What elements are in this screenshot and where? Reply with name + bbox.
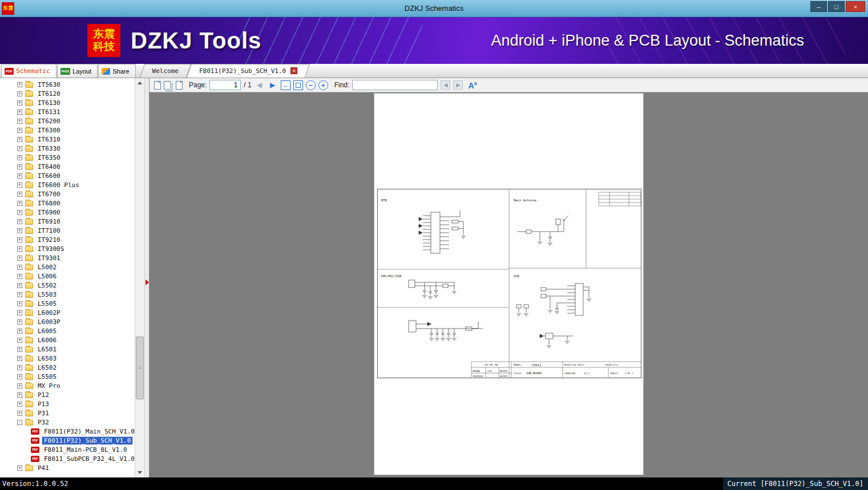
tree-item-folder[interactable]: +IT6130	[0, 98, 135, 107]
app-tab-layout[interactable]: PADSLayout	[57, 64, 98, 78]
expand-icon[interactable]: +	[17, 310, 22, 315]
copy-page-icon[interactable]	[154, 81, 161, 90]
tree-item-folder[interactable]: +IT6400	[0, 162, 135, 171]
tree-item-folder[interactable]: +L6502	[0, 363, 135, 372]
expand-icon[interactable]: +	[17, 137, 22, 142]
tree-item-folder[interactable]: +MX Pro	[0, 381, 135, 390]
expand-icon[interactable]: +	[17, 347, 22, 352]
tree-item-folder[interactable]: +P31	[0, 408, 135, 418]
expand-icon[interactable]: +	[17, 319, 22, 325]
expand-icon[interactable]: +	[17, 146, 22, 151]
snapshot-icon[interactable]	[176, 81, 183, 90]
expand-icon[interactable]: +	[17, 356, 22, 361]
tree-item-folder[interactable]: +L5503	[0, 290, 135, 299]
expand-icon[interactable]: +	[17, 374, 22, 379]
find-previous-button[interactable]: ◀	[441, 80, 450, 90]
tree-item-folder[interactable]: +L5002	[0, 262, 135, 272]
fit-width-button[interactable]: ↔	[281, 80, 290, 90]
expand-icon[interactable]: +	[17, 192, 22, 197]
find-next-button[interactable]: ▶	[453, 80, 463, 90]
close-tab-icon[interactable]: ×	[290, 67, 297, 74]
scroll-up-button[interactable]	[135, 78, 144, 88]
find-input[interactable]	[352, 80, 438, 90]
minimize-button[interactable]: –	[810, 1, 827, 12]
expand-icon[interactable]: +	[17, 228, 22, 233]
doc-tab-welcome[interactable]: Welcome	[142, 64, 189, 78]
tree-item-folder[interactable]: +IT5630	[0, 80, 135, 89]
tree-item-folder[interactable]: +IT6330	[0, 144, 135, 153]
expand-icon[interactable]: +	[17, 301, 22, 306]
tree-scrollbar[interactable]	[135, 78, 144, 477]
expand-icon[interactable]: +	[17, 383, 22, 388]
copy-pages-icon[interactable]	[164, 81, 171, 90]
tree-item-folder[interactable]: +IT6600	[0, 171, 135, 180]
scroll-down-button[interactable]	[135, 468, 144, 477]
expand-icon[interactable]: +	[17, 183, 22, 188]
expand-icon[interactable]: +	[17, 265, 22, 270]
app-tab-schematic[interactable]: PDFSchematic	[1, 64, 56, 78]
tree-item-folder[interactable]: +P41	[0, 463, 135, 472]
tree-item-folder[interactable]: +IT6350	[0, 153, 135, 162]
fit-page-button[interactable]	[293, 80, 303, 90]
zoom-out-button[interactable]: −	[306, 80, 316, 90]
tree-item-folder[interactable]: +L6003P	[0, 317, 135, 326]
tree-item-file[interactable]: PDFF8011(P32)_Main_SCH_V1.0	[0, 427, 135, 436]
tree-item-folder[interactable]: +IT6300	[0, 125, 135, 135]
previous-page-button[interactable]: ◀	[255, 80, 265, 90]
tree-item-folder[interactable]: +IT6200	[0, 116, 135, 125]
tree-item-folder[interactable]: +L6501	[0, 345, 135, 354]
expand-icon[interactable]: +	[17, 164, 22, 169]
splitter-collapse-icon[interactable]	[146, 280, 149, 285]
tree-item-folder[interactable]: +IT6900	[0, 208, 135, 217]
tree-item-folder[interactable]: +IT6131	[0, 107, 135, 116]
zoom-in-button[interactable]: +	[318, 80, 328, 90]
tree-item-folder[interactable]: +L5505	[0, 299, 135, 308]
tree-item-folder[interactable]: +IT7100	[0, 226, 135, 235]
tree-item-folder[interactable]: +IT6120	[0, 89, 135, 98]
expand-icon[interactable]: +	[17, 365, 22, 370]
tree-item-folder[interactable]: -P32	[0, 418, 135, 427]
doc-tab-active[interactable]: F8011(P32)_Sub_SCH_V1.0×	[189, 64, 308, 78]
expand-icon[interactable]: +	[17, 91, 22, 96]
expand-icon[interactable]: +	[17, 392, 22, 398]
app-tab-share[interactable]: Share	[98, 64, 135, 78]
expand-icon[interactable]: +	[17, 237, 22, 242]
tree-item-file[interactable]: PDFF8011_Main-PCB_8L_V1.0	[0, 445, 135, 454]
tree-item-folder[interactable]: +IT9300S	[0, 244, 135, 253]
tree-item-folder[interactable]: +IT6600 Plus	[0, 180, 135, 189]
expand-icon[interactable]: +	[17, 274, 22, 279]
expand-icon[interactable]: +	[17, 119, 22, 124]
tree-item-folder[interactable]: +L6002P	[0, 308, 135, 317]
expand-icon[interactable]: +	[17, 210, 22, 215]
tree-item-folder[interactable]: +L5006	[0, 272, 135, 281]
tree-item-folder[interactable]: +L6005	[0, 326, 135, 335]
page-number-input[interactable]	[209, 80, 241, 90]
tree-item-folder[interactable]: +IT6700	[0, 189, 135, 199]
expand-icon[interactable]: +	[17, 465, 22, 471]
next-page-button[interactable]: ▶	[268, 80, 278, 90]
expand-icon[interactable]: +	[17, 173, 22, 179]
expand-icon[interactable]: +	[17, 283, 22, 288]
expand-icon[interactable]: +	[17, 411, 22, 416]
tree-item-folder[interactable]: +IT9210	[0, 235, 135, 244]
close-button[interactable]: ×	[846, 1, 865, 12]
expand-icon[interactable]: +	[17, 82, 22, 87]
text-size-button[interactable]: Aa	[468, 80, 477, 90]
expand-icon[interactable]: +	[17, 402, 22, 407]
tree-item-folder[interactable]: +L5502	[0, 281, 135, 290]
expand-icon[interactable]: +	[17, 110, 22, 115]
expand-icon[interactable]: +	[17, 201, 22, 206]
tree-item-folder[interactable]: +IT9301	[0, 253, 135, 262]
panel-splitter[interactable]	[144, 78, 149, 477]
tree-item-folder[interactable]: +L6006	[0, 335, 135, 345]
tree-item-file[interactable]: PDFF8011(P32)_Sub_SCH_V1.0	[0, 436, 135, 445]
expand-icon[interactable]: +	[17, 155, 22, 160]
expand-icon[interactable]: +	[17, 329, 22, 334]
collapse-icon[interactable]: -	[17, 420, 22, 425]
scroll-thumb[interactable]	[136, 337, 144, 399]
tree-item-folder[interactable]: +IT6310	[0, 135, 135, 144]
expand-icon[interactable]: +	[17, 256, 22, 261]
tree-item-folder[interactable]: +IT6800	[0, 199, 135, 208]
expand-icon[interactable]: +	[17, 128, 22, 133]
tree-item-folder[interactable]: +P12	[0, 390, 135, 399]
